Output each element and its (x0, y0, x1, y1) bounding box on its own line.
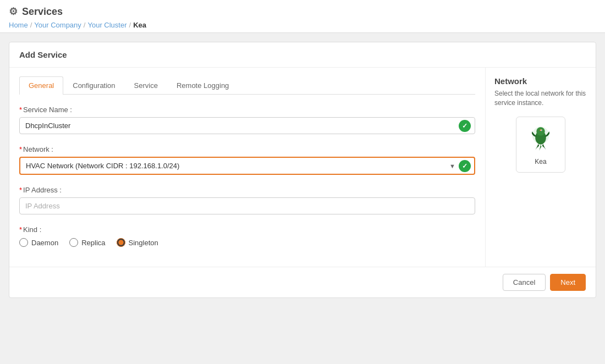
kind-radio-group: Daemon Replica Singleton (19, 238, 475, 247)
svg-point-4 (541, 130, 542, 130)
kind-label: * Kind : (19, 225, 475, 234)
kea-logo-icon (525, 124, 556, 155)
service-name-label: * Service Name : (19, 106, 475, 114)
main-content: Add Service General Configuration Servic… (0, 33, 605, 307)
service-logo-name: Kea (535, 158, 546, 166)
card-title: Add Service (9, 42, 596, 68)
kind-singleton-option[interactable]: Singleton (117, 238, 158, 247)
breadcrumb-current: Kea (133, 21, 146, 29)
service-name-field: * Service Name : ✓ (19, 106, 475, 134)
breadcrumb-cluster[interactable]: Your Cluster (87, 21, 127, 29)
form-area: General Configuration Service Remote Log… (9, 68, 486, 267)
tab-remote-logging[interactable]: Remote Logging (167, 76, 238, 94)
breadcrumb: Home / Your Company / Your Cluster / Kea (9, 21, 596, 29)
kind-replica-radio[interactable] (69, 238, 78, 247)
page-header: ⚙ Services Home / Your Company / Your Cl… (0, 0, 605, 33)
ip-address-wrapper (19, 197, 475, 214)
kind-daemon-option[interactable]: Daemon (19, 238, 58, 247)
card-footer: Cancel Next (9, 267, 596, 297)
breadcrumb-company[interactable]: Your Company (34, 21, 81, 29)
next-button[interactable]: Next (550, 274, 586, 291)
network-valid-icon: ✓ (459, 160, 471, 172)
breadcrumb-home[interactable]: Home (9, 21, 28, 29)
info-panel: Network Select the local network for thi… (486, 68, 596, 267)
svg-point-2 (536, 127, 544, 135)
service-logo-box: Kea (516, 117, 565, 173)
network-select-wrapper: HVAC Network (Network CIDR : 192.168.1.0… (19, 157, 475, 175)
kind-replica-option[interactable]: Replica (69, 238, 105, 247)
network-label: * Network : (19, 145, 475, 153)
info-title: Network (494, 76, 527, 86)
network-select[interactable]: HVAC Network (Network CIDR : 192.168.1.0… (19, 157, 475, 175)
page-title: ⚙ Services (9, 5, 596, 18)
service-name-wrapper: ✓ (19, 117, 475, 134)
kind-field: * Kind : Daemon Replica (19, 225, 475, 247)
kind-daemon-radio[interactable] (19, 238, 28, 247)
cancel-button[interactable]: Cancel (503, 274, 546, 291)
tab-configuration[interactable]: Configuration (63, 76, 124, 94)
network-field: * Network : HVAC Network (Network CIDR :… (19, 145, 475, 175)
ip-address-label: * IP Address : (19, 186, 475, 194)
add-service-card: Add Service General Configuration Servic… (9, 42, 596, 298)
tab-service[interactable]: Service (125, 76, 167, 94)
tab-general[interactable]: General (19, 76, 63, 95)
card-body: General Configuration Service Remote Log… (9, 68, 596, 267)
tabs: General Configuration Service Remote Log… (19, 76, 475, 95)
service-name-valid-icon: ✓ (459, 120, 471, 132)
info-description: Select the local network for this servic… (494, 89, 587, 108)
ip-address-input[interactable] (19, 197, 475, 214)
ip-address-field: * IP Address : (19, 186, 475, 214)
gear-icon: ⚙ (9, 5, 18, 18)
kind-singleton-radio[interactable] (117, 238, 125, 247)
service-name-input[interactable] (19, 117, 475, 134)
